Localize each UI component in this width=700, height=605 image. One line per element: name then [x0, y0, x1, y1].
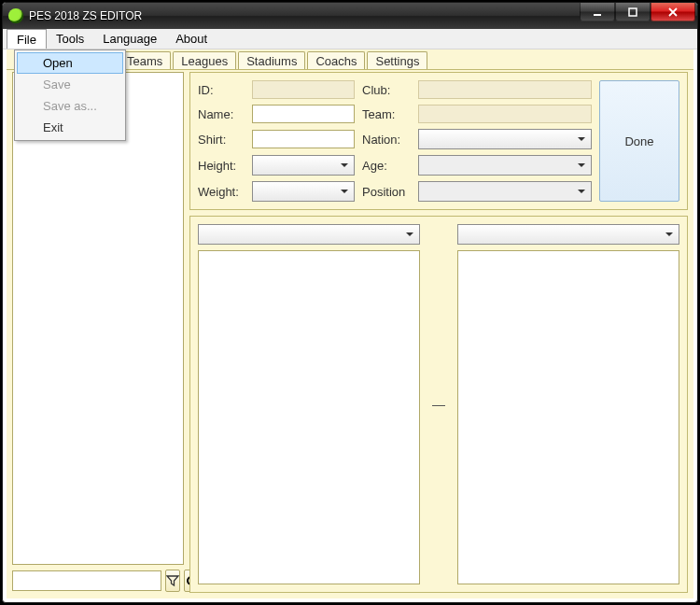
player-form-panel: ID: Club: Name: Team: Shirt: Nation: Hei…	[189, 72, 688, 210]
menu-about[interactable]: About	[166, 29, 217, 49]
svg-rect-1	[629, 8, 637, 16]
tab-coachs[interactable]: Coachs	[307, 51, 365, 69]
app-icon	[8, 8, 23, 23]
done-button-label: Done	[624, 134, 653, 148]
close-icon	[667, 7, 679, 18]
menubar: File Tools Language About	[3, 29, 697, 49]
app-window: PES 2018 ZS EDITOR File Tools Language A…	[2, 2, 698, 603]
menu-language[interactable]: Language	[93, 29, 166, 49]
filter-input[interactable]	[12, 570, 161, 591]
transfer-dual: —	[198, 224, 679, 584]
team-field	[418, 105, 592, 123]
tab-teams[interactable]: Teams	[119, 51, 171, 69]
file-dropdown: Open Save Save as... Exit	[14, 49, 126, 141]
label-age: Age:	[362, 159, 411, 173]
transfer-right-col	[457, 224, 679, 584]
tab-leagues[interactable]: Leagues	[173, 51, 236, 69]
window-buttons	[580, 3, 695, 21]
left-list[interactable]	[198, 250, 420, 584]
left-column	[12, 72, 184, 593]
weight-combo[interactable]	[252, 181, 355, 202]
position-combo[interactable]	[418, 181, 592, 202]
label-weight: Weight:	[198, 185, 245, 199]
funnel-icon	[166, 574, 179, 587]
club-field	[418, 80, 592, 99]
titlebar: PES 2018 ZS EDITOR	[3, 3, 697, 29]
window-title: PES 2018 ZS EDITOR	[29, 9, 142, 22]
id-field	[252, 80, 355, 99]
file-exit[interactable]: Exit	[17, 117, 123, 138]
label-position: Position	[362, 185, 411, 199]
right-list[interactable]	[457, 250, 679, 584]
maximize-icon	[627, 7, 638, 18]
name-input[interactable]	[252, 105, 355, 123]
label-height: Height:	[198, 159, 245, 173]
tab-stadiums[interactable]: Stadiums	[238, 51, 305, 69]
label-id: ID:	[198, 83, 245, 97]
label-team: Team:	[362, 107, 411, 121]
label-nation: Nation:	[362, 133, 411, 147]
label-club: Club:	[362, 83, 411, 97]
maximize-button[interactable]	[615, 3, 651, 21]
file-open[interactable]: Open	[17, 52, 123, 74]
left-bottom-bar	[12, 569, 184, 593]
player-listbox[interactable]	[12, 72, 184, 565]
close-button[interactable]	[651, 3, 695, 21]
label-shirt: Shirt:	[198, 133, 245, 147]
shirt-input[interactable]	[252, 130, 355, 148]
transfer-panel: —	[189, 216, 688, 593]
height-combo[interactable]	[252, 155, 355, 176]
right-combo[interactable]	[457, 224, 679, 245]
left-combo[interactable]	[198, 224, 420, 245]
label-name: Name:	[198, 107, 245, 121]
nation-combo[interactable]	[418, 129, 592, 149]
menu-tools[interactable]: Tools	[47, 29, 93, 49]
minimize-button[interactable]	[580, 3, 615, 21]
tab-settings[interactable]: Settings	[367, 51, 427, 69]
transfer-divider: —	[429, 224, 448, 584]
player-form-grid: ID: Club: Name: Team: Shirt: Nation: Hei…	[198, 80, 592, 202]
file-save[interactable]: Save	[17, 74, 123, 95]
body: ID: Club: Name: Team: Shirt: Nation: Hei…	[12, 72, 688, 593]
svg-rect-0	[594, 14, 601, 16]
menu-file[interactable]: File	[7, 29, 47, 49]
done-button[interactable]: Done	[599, 80, 679, 202]
age-combo[interactable]	[418, 155, 592, 176]
filter-button[interactable]	[165, 570, 180, 592]
transfer-left-col	[198, 224, 420, 584]
minimize-icon	[592, 7, 603, 18]
file-save-as[interactable]: Save as...	[17, 95, 123, 117]
right-column: ID: Club: Name: Team: Shirt: Nation: Hei…	[189, 72, 688, 593]
